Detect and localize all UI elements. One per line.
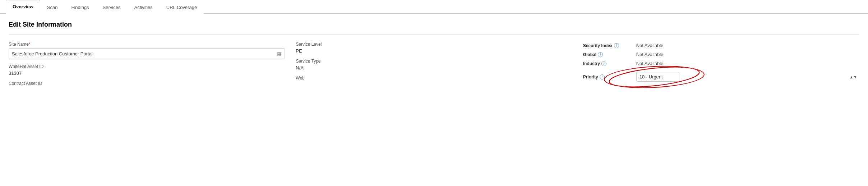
service-type-value: N/A bbox=[296, 65, 572, 71]
input-icon: ▦ bbox=[277, 51, 282, 56]
tab-scan[interactable]: Scan bbox=[40, 1, 65, 14]
form-grid: Site Name* Salesforce Production Custome… bbox=[9, 42, 859, 87]
site-name-input[interactable]: Salesforce Production Customer Portal ▦ bbox=[9, 48, 285, 59]
site-name-value: Salesforce Production Customer Portal bbox=[12, 51, 93, 56]
tab-findings[interactable]: Findings bbox=[64, 1, 96, 14]
security-info: Security Index i Not Available Global i … bbox=[583, 42, 859, 83]
global-label: Global i bbox=[583, 52, 633, 57]
industry-info-icon[interactable]: i bbox=[601, 61, 606, 66]
priority-select[interactable]: 1 - Low 5 - Medium 8 - High 10 - Urgent bbox=[636, 72, 679, 82]
service-level-group: Service Level PE bbox=[296, 42, 572, 54]
form-col-3: Security Index i Not Available Global i … bbox=[583, 42, 859, 87]
global-info-icon[interactable]: i bbox=[598, 52, 603, 57]
main-content: Edit Site Information Site Name* Salesfo… bbox=[0, 14, 868, 95]
asset-id-group: WhiteHat Asset ID 31307 bbox=[9, 64, 285, 76]
security-index-info-icon[interactable]: i bbox=[614, 43, 619, 48]
site-name-label: Site Name* bbox=[9, 42, 285, 47]
asset-id-value: 31307 bbox=[9, 71, 285, 76]
priority-info-icon[interactable]: i bbox=[600, 74, 605, 80]
form-col-1: Site Name* Salesforce Production Custome… bbox=[9, 42, 285, 87]
page-title: Edit Site Information bbox=[9, 21, 859, 28]
service-type-group: Service Type N/A bbox=[296, 59, 572, 71]
service-type-label: Service Type bbox=[296, 59, 572, 64]
tab-services[interactable]: Services bbox=[96, 1, 128, 14]
priority-row: Priority i 1 - Low 5 - Medium 8 - High 1… bbox=[583, 71, 859, 83]
contract-id-label: Contract Asset ID bbox=[9, 81, 285, 86]
tab-overview[interactable]: Overview bbox=[6, 0, 40, 14]
priority-select-wrapper: 1 - Low 5 - Medium 8 - High 10 - Urgent … bbox=[636, 72, 859, 82]
tab-activities[interactable]: Activities bbox=[127, 1, 159, 14]
form-col-2: Service Level PE Service Type N/A Web bbox=[296, 42, 572, 87]
required-marker: * bbox=[29, 42, 31, 47]
service-level-label: Service Level bbox=[296, 42, 572, 47]
tab-url-coverage[interactable]: URL Coverage bbox=[160, 1, 204, 14]
security-index-row: Security Index i Not Available bbox=[583, 42, 859, 49]
priority-label: Priority i bbox=[583, 74, 633, 80]
industry-row: Industry i Not Available bbox=[583, 60, 859, 67]
security-index-label: Security Index i bbox=[583, 43, 633, 48]
section-divider bbox=[9, 34, 859, 35]
security-index-value: Not Available bbox=[636, 43, 859, 48]
global-row: Global i Not Available bbox=[583, 51, 859, 58]
select-arrow-icon: ▲▼ bbox=[849, 75, 857, 79]
web-group: Web bbox=[296, 76, 572, 82]
tab-bar: Overview Scan Findings Services Activiti… bbox=[0, 0, 868, 14]
web-label: Web bbox=[296, 76, 572, 81]
industry-value: Not Available bbox=[636, 61, 859, 66]
asset-id-label: WhiteHat Asset ID bbox=[9, 64, 285, 69]
global-value: Not Available bbox=[636, 52, 859, 57]
contract-id-group: Contract Asset ID bbox=[9, 81, 285, 87]
service-level-value: PE bbox=[296, 48, 572, 54]
site-name-group: Site Name* Salesforce Production Custome… bbox=[9, 42, 285, 59]
industry-label: Industry i bbox=[583, 61, 633, 66]
